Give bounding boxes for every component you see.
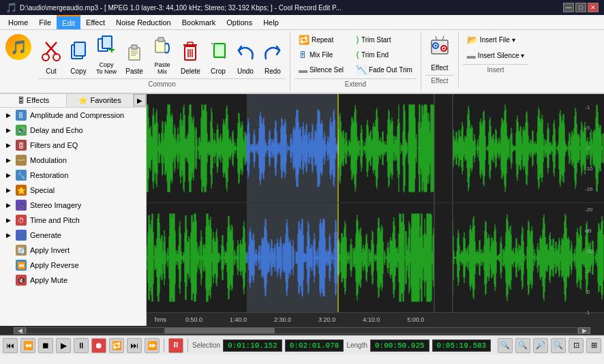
mix-file-button[interactable]: 🎚 Mix File (295, 48, 348, 62)
effects-item-apply-reverse[interactable]: ⏪ Apply Reverse (0, 258, 146, 273)
delete-label: Delete (181, 67, 200, 75)
effects-item-apply-mute[interactable]: 🔇 Apply Mute (0, 273, 146, 288)
delay-label: Delay and Echo (30, 126, 83, 134)
menu-help[interactable]: Help (258, 15, 284, 29)
effect-button[interactable]: Effect (425, 33, 454, 74)
scrollbar-horizontal-top[interactable]: ◀ ▶ (0, 326, 604, 335)
insert-file-icon: 📂 (467, 35, 478, 45)
tab-effects[interactable]: 🎛 Effects (0, 94, 67, 107)
expand-stereo[interactable]: ▶ (4, 201, 12, 209)
next-marker-button[interactable]: ⏩ (145, 338, 160, 353)
svg-rect-19 (187, 42, 193, 45)
svg-point-2 (42, 54, 49, 61)
undo-button[interactable]: Undo (232, 39, 258, 77)
paste-button[interactable]: Paste (121, 39, 147, 77)
zoom-in-h-button[interactable]: 🔍 (498, 338, 513, 353)
expand-generate[interactable]: ▶ (4, 231, 12, 239)
paste-mix-icon (153, 35, 172, 60)
rewind-button[interactable]: ⏪ (20, 338, 35, 353)
apply-mute-label: Apply Mute (30, 276, 67, 284)
menu-noise-reduction[interactable]: Noise Reduction (110, 15, 177, 29)
zoom-in-v-button[interactable]: 🔎 (533, 338, 548, 353)
pause-button[interactable]: ⏸ (74, 338, 89, 353)
db-scale: -1 -5 -7 -10 -16 -20 dB -10 -7 -5 -1 (584, 94, 604, 326)
effects-panel-close[interactable]: ▶ (134, 94, 146, 106)
expand-modulation[interactable]: ▶ (4, 156, 12, 164)
effects-item-amplitude[interactable]: ▶ 🎚 Amplitude and Compression (0, 108, 146, 123)
menu-bookmark[interactable]: Bookmark (177, 15, 222, 29)
goto-start-button[interactable]: ⏮ (3, 338, 18, 353)
main-content: 🎛 Effects ⭐ Favorites ▶ ▶ 🎚 Amplitude an… (0, 94, 604, 326)
effects-item-generate[interactable]: ▶ 🎵 Generate (0, 228, 146, 243)
insert-file-button[interactable]: 📂 Insert File ▾ (463, 33, 519, 47)
zoom-out-v-button[interactable]: 🔍 (551, 338, 566, 353)
trim-end-button[interactable]: ⟨ Trim End (352, 48, 417, 62)
title-bar-controls[interactable]: — □ ✕ (563, 3, 599, 12)
effects-item-modulation[interactable]: ▶ 〰 Modulation (0, 153, 146, 168)
ribbon-group-common: Cut Copy (34, 31, 290, 91)
repeat-label: Repeat (312, 36, 333, 44)
modulation-label: Modulation (30, 156, 67, 164)
expand-delay[interactable]: ▶ (4, 126, 12, 134)
expand-special[interactable]: ▶ (4, 186, 12, 194)
silence-sel-button[interactable]: ▬ Silence Sel (295, 63, 348, 77)
record-mode-button[interactable]: R (168, 338, 183, 353)
delete-button[interactable]: Delete (177, 39, 204, 77)
waveform-area[interactable]: -1 -5 -7 -10 -16 -20 dB -10 -7 -5 -1 hms… (147, 94, 604, 326)
expand-restoration[interactable]: ▶ (4, 171, 12, 179)
close-button[interactable]: ✕ (588, 3, 599, 12)
menu-file[interactable]: File (33, 15, 57, 29)
expand-time-pitch[interactable]: ▶ (4, 216, 12, 224)
redo-icon (263, 41, 282, 66)
effects-item-apply-invert[interactable]: 🔄 Apply Invert (0, 243, 146, 258)
special-label: Special (30, 186, 55, 194)
zoom-out-h-button[interactable]: 🔍 (515, 338, 530, 353)
effects-item-filters[interactable]: ▶ 🎛 Filters and EQ (0, 138, 146, 153)
stop-button[interactable]: ⏹ (38, 338, 53, 353)
svg-point-30 (442, 48, 444, 50)
effects-item-special[interactable]: ▶ ⭐ Special (0, 183, 146, 198)
trim-start-button[interactable]: ⟩ Trim Start (352, 33, 417, 47)
waveform-channel-top[interactable] (147, 94, 604, 203)
paste-mix-button[interactable]: PasteMix (149, 33, 176, 77)
apply-reverse-label: Apply Reverse (30, 261, 79, 269)
zoom-selection-button[interactable]: ⊞ (586, 338, 601, 353)
window-title: D:\audio\mergeaudio.mp3 - [ MPEG 1.0 lay… (20, 4, 342, 12)
menu-edit[interactable]: Edit (57, 15, 80, 29)
redo-button[interactable]: Redo (260, 39, 286, 77)
play-button[interactable]: ▶ (56, 338, 71, 353)
prev-marker-button[interactable]: ⏭ (127, 338, 142, 353)
minimize-button[interactable]: — (563, 3, 574, 12)
fade-out-trim-button[interactable]: 📉 Fade Out Trim (352, 63, 417, 77)
copy-button[interactable]: Copy (65, 39, 91, 77)
scrollbar-track-top[interactable] (26, 327, 578, 334)
scroll-left-button[interactable]: ◀ (14, 327, 26, 334)
expand-amplitude[interactable]: ▶ (4, 111, 12, 119)
tab-favorites[interactable]: ⭐ Favorites (67, 94, 134, 107)
cut-button[interactable]: Cut (38, 39, 64, 77)
crop-button[interactable]: Crop (205, 39, 231, 77)
waveform-channel-bottom[interactable] (147, 203, 604, 312)
menu-effect[interactable]: Effect (80, 15, 110, 29)
time-pitch-label: Time and Pitch (30, 216, 80, 224)
title-bar: 🎵 D:\audio\mergeaudio.mp3 - [ MPEG 1.0 l… (0, 0, 604, 15)
apply-mute-icon: 🔇 (16, 275, 27, 286)
maximize-button[interactable]: □ (575, 3, 586, 12)
effects-item-stereo[interactable]: ▶ 🎧 Stereo Imagery (0, 198, 146, 213)
repeat-button[interactable]: 🔁 Repeat (295, 33, 348, 47)
effects-item-time-pitch[interactable]: ▶ ⏱ Time and Pitch (0, 213, 146, 228)
menu-home[interactable]: Home (3, 15, 33, 29)
scrollbar-thumb-top[interactable] (164, 328, 275, 333)
menu-options[interactable]: Options (221, 15, 258, 29)
record-button[interactable]: ⏺ (91, 338, 106, 353)
zoom-fit-button[interactable]: ⊡ (569, 338, 584, 353)
effects-item-restoration[interactable]: ▶ 🔧 Restoration (0, 168, 146, 183)
copy-to-new-button[interactable]: CopyTo New (93, 33, 120, 77)
expand-filters[interactable]: ▶ (4, 141, 12, 149)
loop-button[interactable]: 🔁 (109, 338, 124, 353)
effects-item-delay[interactable]: ▶ 🔊 Delay and Echo (0, 123, 146, 138)
insert-silence-button[interactable]: ▬ Insert Silence ▾ (463, 48, 528, 63)
amplitude-icon: 🎚 (16, 110, 27, 121)
favorites-tab-icon: ⭐ (78, 96, 88, 104)
scroll-right-button[interactable]: ▶ (578, 327, 590, 334)
